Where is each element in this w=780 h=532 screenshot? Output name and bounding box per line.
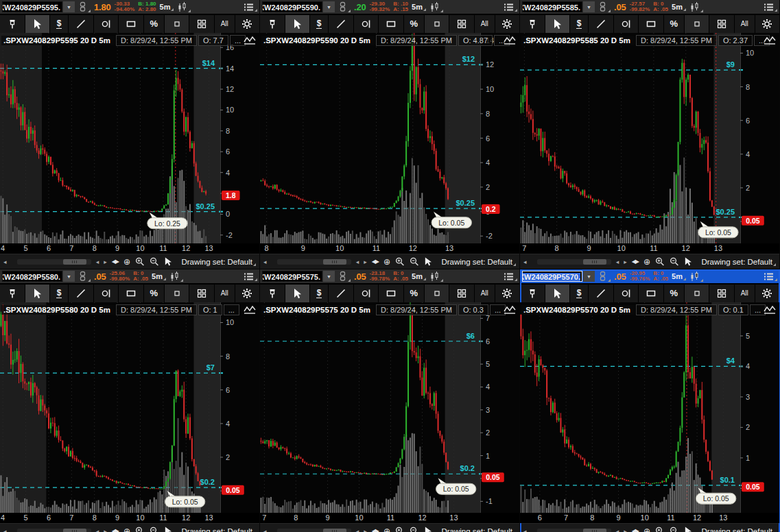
scroll-left-icon[interactable]: ◂: [263, 258, 267, 265]
step-right-icon[interactable]: ▸: [624, 258, 627, 265]
scrollbar-thumb[interactable]: [63, 259, 86, 265]
all-charts-button[interactable]: All: [735, 15, 755, 33]
timeframe-button[interactable]: 5m: [412, 3, 426, 11]
chart-type-button[interactable]: [169, 271, 183, 282]
chart-scrollbar[interactable]: [537, 529, 611, 532]
trendline-tool-button[interactable]: [329, 15, 353, 33]
oval-tool-button[interactable]: [354, 285, 379, 302]
all-charts-button[interactable]: All: [475, 285, 495, 302]
oval-tool-button[interactable]: [354, 15, 379, 33]
grid-layout-button[interactable]: [709, 15, 734, 33]
pattern-tool-button[interactable]: [685, 15, 709, 33]
step-left-icon[interactable]: ◂: [96, 258, 99, 265]
chart-canvas[interactable]: .SPXW240829P5575 20 D 5m D: 8/29/24, 12:…: [260, 302, 519, 513]
pointer-icon[interactable]: [684, 256, 692, 267]
candlestick-chart[interactable]: $6$0.276543210-1Lo: 0.050.05: [260, 302, 519, 513]
price-level-tool-button[interactable]: $: [50, 15, 68, 33]
scrollbar-thumb[interactable]: [63, 529, 86, 532]
symbol-input[interactable]: .SPXW240829P5580: [2, 271, 62, 282]
rectangle-tool-button[interactable]: [379, 285, 403, 302]
scroll-left-icon[interactable]: ◂: [523, 258, 527, 265]
crosshair-icon[interactable]: ⊕: [383, 257, 390, 267]
step-left-icon[interactable]: ◂: [616, 258, 619, 265]
pattern-tool-button[interactable]: [425, 15, 449, 33]
scrollbar-thumb[interactable]: [323, 529, 346, 532]
zoom-in-icon[interactable]: [655, 526, 665, 532]
link-chart-button[interactable]: [338, 1, 351, 12]
zoom-in-icon[interactable]: [395, 526, 405, 532]
timeframe-button[interactable]: 5m: [672, 272, 686, 280]
pointer-icon[interactable]: [684, 526, 692, 532]
trendline-tool-button[interactable]: [589, 15, 613, 33]
all-charts-button[interactable]: All: [215, 285, 235, 302]
drawing-set-button[interactable]: Drawing set: Default: [701, 258, 776, 266]
percent-tool-button[interactable]: %: [664, 285, 684, 302]
pointer-icon[interactable]: [424, 256, 432, 267]
crosshair-icon[interactable]: ⊕: [383, 527, 390, 532]
percent-tool-button[interactable]: %: [144, 15, 164, 33]
symbol-input[interactable]: .SPXW240829P5570: [522, 271, 582, 282]
sparkline-icon[interactable]: [503, 304, 517, 315]
timeframe-button[interactable]: 5m: [672, 3, 686, 11]
percent-tool-button[interactable]: %: [664, 15, 684, 33]
panel-menu-button[interactable]: [504, 3, 517, 12]
scroll-left-icon[interactable]: ◂: [3, 258, 7, 265]
price-level-tool-button[interactable]: $: [50, 285, 68, 302]
link-chart-button[interactable]: [598, 271, 611, 282]
link-chart-button[interactable]: [598, 1, 611, 12]
drawing-set-button[interactable]: Drawing set: Default: [181, 527, 256, 532]
percent-tool-button[interactable]: %: [404, 285, 424, 302]
chart-scrollbar[interactable]: [17, 259, 91, 265]
sparkline-icon[interactable]: [503, 35, 517, 45]
panel-menu-button[interactable]: [764, 3, 777, 12]
step-right-icon[interactable]: ▸: [624, 528, 627, 532]
settings-button[interactable]: [495, 285, 520, 302]
settings-button[interactable]: [755, 15, 780, 33]
grid-layout-button[interactable]: [449, 285, 474, 302]
pattern-tool-button[interactable]: [685, 285, 709, 302]
pin-tool-button[interactable]: [0, 285, 25, 302]
drawing-set-button[interactable]: Drawing set: Default: [441, 527, 516, 532]
cursor-tool-button[interactable]: [285, 285, 310, 302]
cursor-tool-button[interactable]: [545, 15, 570, 33]
price-level-tool-button[interactable]: $: [570, 285, 588, 302]
zoom-in-icon[interactable]: [395, 256, 405, 267]
zoom-in-icon[interactable]: [655, 256, 665, 267]
trendline-tool-button[interactable]: [69, 15, 93, 33]
panel-menu-button[interactable]: [764, 272, 777, 281]
symbol-dropdown-button[interactable]: ▼: [323, 1, 335, 12]
pin-tool-button[interactable]: [520, 285, 545, 302]
trendline-tool-button[interactable]: [69, 285, 93, 302]
trendline-tool-button[interactable]: [589, 285, 613, 302]
zoom-out-icon[interactable]: [670, 526, 679, 532]
grid-layout-button[interactable]: [709, 285, 734, 302]
chart-canvas[interactable]: .SPXW240829P5585 20 D 5m D: 8/29/24, 12:…: [520, 33, 779, 243]
pin-tool-button[interactable]: [260, 15, 285, 33]
price-level-tool-button[interactable]: $: [570, 15, 588, 33]
chart-scrollbar[interactable]: [277, 529, 351, 532]
zoom-in-icon[interactable]: [135, 526, 145, 532]
timeframe-button[interactable]: 5m: [412, 272, 426, 280]
symbol-input[interactable]: .SPXW240829P5595: [2, 1, 62, 12]
chart-canvas[interactable]: .SPXW240829P5580 20 D 5m D: 8/29/24, 12:…: [0, 302, 259, 513]
cursor-tool-button[interactable]: [545, 285, 570, 302]
drawing-set-button[interactable]: Drawing set: Default: [441, 258, 516, 266]
price-level-tool-button[interactable]: $: [310, 15, 328, 33]
zoom-out-icon[interactable]: [410, 256, 419, 267]
cursor-tool-button[interactable]: [25, 285, 50, 302]
symbol-dropdown-button[interactable]: ▼: [63, 1, 75, 12]
pan-icon[interactable]: ◀▶: [632, 528, 639, 532]
pan-icon[interactable]: ◀▶: [632, 258, 639, 265]
link-chart-button[interactable]: [338, 271, 351, 282]
rectangle-tool-button[interactable]: [379, 15, 403, 33]
pattern-tool-button[interactable]: [165, 15, 189, 33]
all-charts-button[interactable]: All: [215, 15, 235, 33]
cursor-tool-button[interactable]: [25, 15, 50, 33]
chart-more-dots[interactable]: ...: [224, 304, 239, 315]
chart-canvas[interactable]: .SPXW240829P5590 20 D 5m D: 8/29/24, 12:…: [260, 33, 519, 243]
chart-type-button[interactable]: [177, 1, 191, 12]
settings-button[interactable]: [755, 285, 780, 302]
panel-menu-button[interactable]: [244, 272, 257, 281]
panel-menu-button[interactable]: [244, 3, 257, 12]
drawing-set-button[interactable]: Drawing set: Default: [701, 527, 776, 532]
